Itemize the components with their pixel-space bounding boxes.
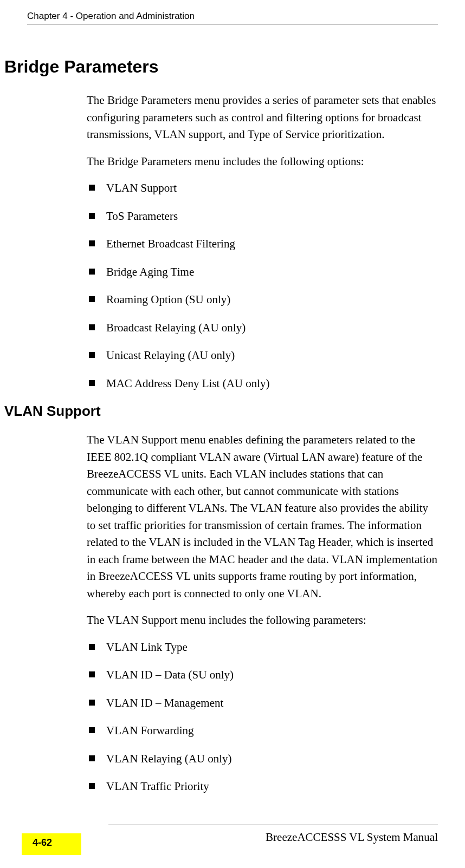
body-block-1: The Bridge Parameters menu provides a se… — [87, 92, 438, 392]
list-item: VLAN ID – Data (SU only) — [87, 667, 438, 684]
page-number: 4-62 — [33, 837, 52, 849]
vlan-paragraph-2: The VLAN Support menu includes the follo… — [87, 612, 438, 629]
document-page: Chapter 4 - Operation and Administration… — [0, 0, 465, 868]
list-item: ToS Parameters — [87, 208, 438, 225]
footer-manual-title: BreezeACCESSS VL System Manual — [27, 831, 438, 844]
list-item: VLAN ID – Management — [87, 695, 438, 712]
list-item: MAC Address Deny List (AU only) — [87, 375, 438, 393]
list-item: VLAN Support — [87, 180, 438, 197]
bridge-options-list: VLAN Support ToS Parameters Ethernet Bro… — [87, 180, 438, 392]
list-item: Bridge Aging Time — [87, 264, 438, 281]
list-item: VLAN Forwarding — [87, 722, 438, 740]
vlan-paragraph-1: The VLAN Support menu enables defining t… — [87, 432, 438, 602]
page-footer: BreezeACCESSS VL System Manual — [27, 825, 438, 850]
list-item: VLAN Relaying (AU only) — [87, 750, 438, 768]
list-item: Unicast Relaying (AU only) — [87, 347, 438, 364]
body-block-2: The VLAN Support menu enables defining t… — [87, 432, 438, 795]
intro-paragraph-2: The Bridge Parameters menu includes the … — [87, 153, 438, 171]
list-item: Broadcast Relaying (AU only) — [87, 319, 438, 337]
heading-bridge-parameters: Bridge Parameters — [4, 57, 438, 77]
list-item: Ethernet Broadcast Filtering — [87, 236, 438, 253]
footer-divider — [108, 825, 438, 825]
heading-vlan-support: VLAN Support — [4, 403, 438, 420]
chapter-header: Chapter 4 - Operation and Administration — [27, 11, 438, 24]
vlan-params-list: VLAN Link Type VLAN ID – Data (SU only) … — [87, 639, 438, 795]
list-item: VLAN Link Type — [87, 639, 438, 656]
intro-paragraph-1: The Bridge Parameters menu provides a se… — [87, 92, 438, 143]
list-item: VLAN Traffic Priority — [87, 778, 438, 795]
list-item: Roaming Option (SU only) — [87, 291, 438, 309]
